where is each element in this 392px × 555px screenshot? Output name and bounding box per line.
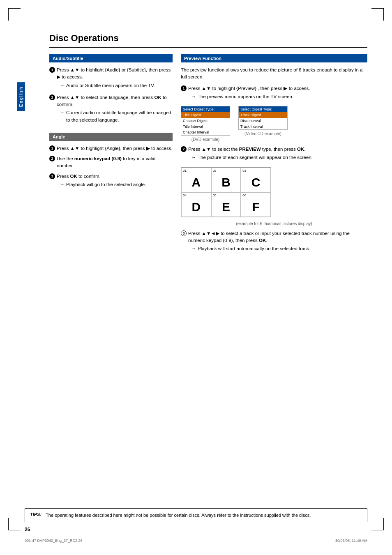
thumb-letter-4: D [191,200,201,214]
menu-examples: Select Digest Type: Title Digest Chapter… [181,106,367,142]
dvd-menu-item-1: Title Digest [181,112,230,118]
corner-tr [371,8,384,21]
thumbnail-grid: 01 A 02 B 03 C 04 D 05 E [181,167,271,217]
step-1-num: 1 [49,67,55,73]
arrow-icon-4: → [191,93,196,100]
vcd-menu-item-2: Disc Interval [239,118,287,124]
preview-header: Preview Function [181,54,367,62]
arrow-icon-2: → [60,109,65,116]
preview-step-3-content: Press ▲▼◄▶ to select a track or input yo… [188,230,367,254]
arrow-icon-5: → [191,154,196,161]
dvd-menu-label: (DVD example) [181,137,230,142]
thumb-cell-5: 05 E [211,192,241,217]
title-rule [49,47,367,48]
angle-step-3-arrow-text: Playback will go to the selected angle. [66,181,146,188]
vcd-menu-inner: Select Digest Type: Track Digest Disc In… [238,106,288,130]
thumb-cell-2: 02 B [211,168,241,192]
arrow-icon-6: → [191,245,196,252]
thumb-num-1: 01 [183,169,187,173]
preview-step-3-num: 3 [181,230,187,236]
angle-step-2-content: Use the numeric keypad (0-9) to key in a… [57,155,173,170]
thumb-num-3: 03 [242,169,246,173]
dvd-menu-item-4: Chapter Interval [181,129,230,135]
thumb-num-2: 02 [213,169,217,173]
thumb-letter-2: B [221,175,231,189]
step-1-content: Press ▲▼ to highlight {Audio} or {Subtit… [57,67,173,91]
vcd-menu-label: (Video CD example) [238,131,288,136]
right-column: Preview Function The preview function al… [181,54,367,257]
dvd-menu-inner: Select Digest Type: Title Digest Chapter… [181,106,230,136]
footer-info: 001-47 DVP3040_Eng_37_RC2 26 30/06/06, 1… [25,539,367,543]
angle-step-1: 1 Press ▲▼ to highlight {Angle}, then pr… [49,145,173,152]
thumb-cell-3: 03 C [241,168,271,192]
corner-tl [8,8,21,21]
thumb-letter-1: A [191,175,201,189]
arrow-icon-3: → [60,181,65,188]
dvd-menu-item-3: Title Interval [181,124,230,129]
step-2-content: Press ▲▼ to select one language, then pr… [57,94,173,125]
preview-step-1: 1 Press ▲▼ to highlight {Preview} , then… [181,85,367,102]
footer-right: 30/06/06, 11:40 AM [335,539,367,543]
preview-step-2-arrow-text: The picture of each segment will appear … [198,154,313,161]
dvd-menu-header: Select Digest Type: [181,106,230,112]
audio-subtitle-header: Audio/Subtitle [49,54,173,62]
preview-step-3-arrow: → Playback will start automatically on t… [188,245,367,252]
audio-step-1: 1 Press ▲▼ to highlight {Audio} or {Subt… [49,67,173,91]
page-number: 26 [25,527,30,532]
footer-left: 001-47 DVP3040_Eng_37_RC2 26 [25,539,83,543]
page-container: English Disc Operations Audio/Subtitle 1… [0,0,392,555]
preview-step-1-arrow-text: The preview menu appears on the TV scree… [198,93,293,100]
dvd-menu-item-2: Chapter Digest [181,118,230,124]
preview-step-3-arrow-text: Playback will start automatically on the… [198,245,310,252]
preview-step-1-num: 1 [181,85,187,91]
preview-step-2-num: 2 [181,146,187,152]
thumbnail-caption: (example for 6 thumbnail pictures displa… [181,221,367,226]
audio-step-2: 2 Press ▲▼ to select one language, then … [49,94,173,125]
corner-bl [8,518,21,530]
thumb-letter-6: F [252,200,259,214]
vcd-menu-header: Select Digest Type: [239,106,287,112]
dvd-menu-box: Select Digest Type: Title Digest Chapter… [181,106,230,142]
step-2-arrow-text: Current audio or subtitle language will … [66,109,173,124]
vcd-menu-item-3: Track Interval [239,124,287,129]
preview-step-2-arrow: → The picture of each segment will appea… [188,154,367,161]
angle-step-3-num: 3 [49,173,55,179]
angle-step-2-num: 2 [49,156,55,161]
page-title: Disc Operations [49,33,367,44]
angle-step-2: 2 Use the numeric keypad (0-9) to key in… [49,155,173,170]
thumb-num-6: 06 [242,193,246,197]
footer-rule [25,535,367,535]
main-columns: Audio/Subtitle 1 Press ▲▼ to highlight {… [49,54,367,257]
angle-step-3-arrow: → Playback will go to the selected angle… [57,181,173,188]
vcd-menu-box: Select Digest Type: Track Digest Disc In… [238,106,288,142]
preview-step-2-content: Press ▲▼ to select the PREVIEW type, the… [188,146,367,163]
thumb-letter-3: C [251,175,261,189]
tips-box: TIPS: The operating features described h… [25,508,367,523]
angle-step-3-content: Press OK to confirm. → Playback will go … [57,173,173,190]
arrow-icon-1: → [60,82,65,89]
step-2-num: 2 [49,94,55,100]
thumb-num-4: 04 [183,193,187,197]
step-2-arrow: → Current audio or subtitle language wil… [57,109,173,124]
angle-step-1-content: Press ▲▼ to highlight {Angle}, then pres… [57,145,173,152]
thumb-letter-5: E [222,200,230,214]
thumb-cell-6: 06 F [241,192,271,217]
preview-step-1-arrow: → The preview menu appears on the TV scr… [188,93,367,100]
angle-step-1-num: 1 [49,145,55,151]
thumb-num-5: 05 [213,193,217,197]
angle-header: Angle [49,133,173,141]
preview-step-3: 3 Press ▲▼◄▶ to select a track or input … [181,230,367,254]
english-label: English [17,82,25,111]
preview-step-1-content: Press ▲▼ to highlight {Preview} , then p… [188,85,367,102]
thumb-cell-1: 01 A [181,168,211,192]
angle-step-3: 3 Press OK to confirm. → Playback will g… [49,173,173,190]
step-1-arrow-text: Audio or Subtitle menu appears on the TV… [66,82,155,89]
thumb-cell-4: 04 D [181,192,211,217]
step-1-arrow: → Audio or Subtitle menu appears on the … [57,82,173,89]
left-column: Audio/Subtitle 1 Press ▲▼ to highlight {… [49,54,173,257]
preview-step-2: 2 Press ▲▼ to select the PREVIEW type, t… [181,146,367,163]
vcd-menu-item-1: Track Digest [239,112,287,118]
tips-label: TIPS: [30,512,42,517]
tips-text: The operating features described here mi… [46,512,311,519]
preview-intro: The preview function allows you to reduc… [181,67,367,81]
